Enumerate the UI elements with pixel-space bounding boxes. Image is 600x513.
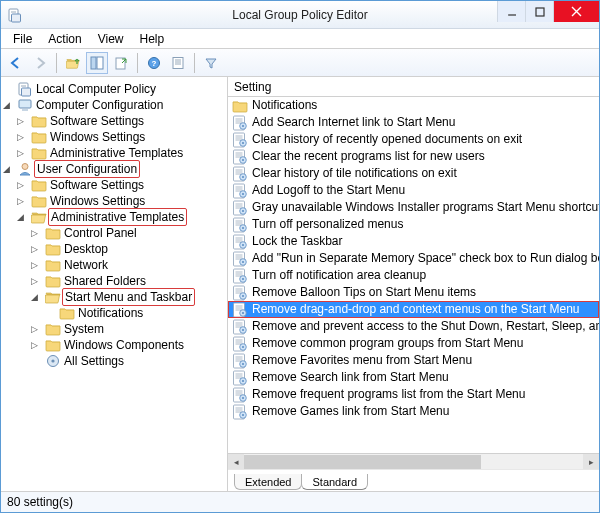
tree-admin-child[interactable]: ▷Desktop	[3, 241, 225, 257]
folder-icon	[232, 98, 248, 114]
app-icon	[7, 7, 23, 23]
close-button[interactable]	[553, 1, 599, 22]
expand-icon[interactable]: ▷	[17, 193, 31, 209]
menu-action[interactable]: Action	[40, 30, 89, 48]
list-item[interactable]: Clear history of tile notifications on e…	[228, 165, 599, 182]
expand-icon[interactable]: ▷	[31, 257, 45, 273]
folder-icon	[59, 305, 75, 321]
expand-icon[interactable]: ▷	[31, 225, 45, 241]
list-item[interactable]: Add "Run in Separate Memory Space" check…	[228, 250, 599, 267]
scrollbar-track[interactable]	[244, 454, 583, 469]
collapse-icon[interactable]: ◢	[3, 97, 17, 113]
list-item[interactable]: Remove frequent programs list from the S…	[228, 386, 599, 403]
collapse-icon[interactable]: ◢	[3, 161, 17, 177]
list-item-label: Clear history of recently opened documen…	[252, 131, 522, 148]
expand-icon[interactable]: ▷	[31, 321, 45, 337]
tree-label: Administrative Templates	[48, 208, 187, 226]
folder-icon	[45, 273, 61, 289]
tab-extended[interactable]: Extended	[234, 474, 302, 490]
expand-icon[interactable]: ▷	[31, 241, 45, 257]
scroll-left-icon[interactable]: ◂	[228, 454, 244, 470]
list-item[interactable]: Turn off notification area cleanup	[228, 267, 599, 284]
list-item[interactable]: Remove common program groups from Start …	[228, 335, 599, 352]
maximize-button[interactable]	[525, 1, 553, 22]
tree-user-configuration[interactable]: ◢User Configuration	[3, 161, 225, 177]
properties-button[interactable]	[167, 52, 189, 74]
tree-uc-child[interactable]: ▷Windows Settings	[3, 193, 225, 209]
scroll-right-icon[interactable]: ▸	[583, 454, 599, 470]
filter-button[interactable]	[200, 52, 222, 74]
tree-admin-child[interactable]: ▷Control Panel	[3, 225, 225, 241]
folder-icon	[31, 177, 47, 193]
list-item-label: Notifications	[252, 97, 317, 114]
policy-setting-icon	[232, 370, 248, 386]
tree-smt-child[interactable]: Notifications	[3, 305, 225, 321]
minimize-button[interactable]	[497, 1, 525, 22]
list-item[interactable]: Gray unavailable Windows Installer progr…	[228, 199, 599, 216]
scrollbar-thumb[interactable]	[244, 455, 481, 469]
collapse-icon[interactable]: ◢	[17, 209, 31, 225]
up-button[interactable]	[62, 52, 84, 74]
tree-panel[interactable]: Local Computer Policy◢Computer Configura…	[1, 77, 228, 491]
tree-admin-child[interactable]: ▷Shared Folders	[3, 273, 225, 289]
separator	[56, 53, 57, 73]
tree-label: Windows Components	[64, 337, 184, 353]
list-item[interactable]: Remove Games link from Start Menu	[228, 403, 599, 420]
menu-file[interactable]: File	[5, 30, 40, 48]
list-item[interactable]: Remove Balloon Tips on Start Menu items	[228, 284, 599, 301]
tree-cc-child[interactable]: ▷Windows Settings	[3, 129, 225, 145]
tree-start-menu-and-taskbar[interactable]: ◢Start Menu and Taskbar	[3, 289, 225, 305]
column-header-setting[interactable]: Setting	[228, 77, 599, 97]
help-button[interactable]: ?	[143, 52, 165, 74]
policy-setting-icon	[232, 166, 248, 182]
svg-rect-17	[97, 57, 103, 69]
toolbar: ?	[1, 49, 599, 77]
tree-label: Windows Settings	[50, 129, 145, 145]
list-item[interactable]: Add Search Internet link to Start Menu	[228, 114, 599, 131]
tree-cc-child[interactable]: ▷Software Settings	[3, 113, 225, 129]
list-item[interactable]: Add Logoff to the Start Menu	[228, 182, 599, 199]
settings-list[interactable]: NotificationsAdd Search Internet link to…	[228, 97, 599, 453]
list-item[interactable]: Notifications	[228, 97, 599, 114]
forward-button[interactable]	[29, 52, 51, 74]
list-item[interactable]: Remove drag-and-drop and context menus o…	[228, 301, 599, 318]
list-item[interactable]: Clear history of recently opened documen…	[228, 131, 599, 148]
expand-icon[interactable]: ▷	[17, 177, 31, 193]
expand-icon[interactable]: ▷	[31, 273, 45, 289]
list-item[interactable]: Clear the recent programs list for new u…	[228, 148, 599, 165]
collapse-icon[interactable]: ◢	[31, 289, 45, 305]
list-item[interactable]: Remove Favorites menu from Start Menu	[228, 352, 599, 369]
tree-admin-child[interactable]: ▷Windows Components	[3, 337, 225, 353]
list-item-label: Remove common program groups from Start …	[252, 335, 523, 352]
tab-standard[interactable]: Standard	[301, 474, 368, 490]
tree-cc-child[interactable]: ▷Administrative Templates	[3, 145, 225, 161]
tree-admin-child[interactable]: All Settings	[3, 353, 225, 369]
expand-icon[interactable]: ▷	[31, 337, 45, 353]
tree-uc-child[interactable]: ▷Software Settings	[3, 177, 225, 193]
menu-help[interactable]: Help	[132, 30, 173, 48]
policy-setting-icon	[232, 115, 248, 131]
export-list-button[interactable]	[110, 52, 132, 74]
window-title: Local Group Policy Editor	[232, 8, 367, 22]
expand-icon[interactable]: ▷	[17, 129, 31, 145]
tree-administrative-templates[interactable]: ◢Administrative Templates	[3, 209, 225, 225]
pc-icon	[17, 97, 33, 113]
list-item[interactable]: Remove Search link from Start Menu	[228, 369, 599, 386]
tree-admin-child[interactable]: ▷Network	[3, 257, 225, 273]
tree-label: Computer Configuration	[36, 97, 163, 113]
expand-icon[interactable]: ▷	[17, 113, 31, 129]
horizontal-scrollbar[interactable]: ◂ ▸	[228, 453, 599, 469]
tree-root[interactable]: Local Computer Policy	[3, 81, 225, 97]
details-panel: Setting NotificationsAdd Search Internet…	[228, 77, 599, 491]
list-item-label: Remove Balloon Tips on Start Menu items	[252, 284, 476, 301]
list-item[interactable]: Turn off personalized menus	[228, 216, 599, 233]
menu-view[interactable]: View	[90, 30, 132, 48]
list-item[interactable]: Remove and prevent access to the Shut Do…	[228, 318, 599, 335]
tree-computer-configuration[interactable]: ◢Computer Configuration	[3, 97, 225, 113]
tree-spacer	[31, 353, 45, 369]
tree-admin-child[interactable]: ▷System	[3, 321, 225, 337]
show-hide-tree-button[interactable]	[86, 52, 108, 74]
list-item[interactable]: Lock the Taskbar	[228, 233, 599, 250]
expand-icon[interactable]: ▷	[17, 145, 31, 161]
back-button[interactable]	[5, 52, 27, 74]
